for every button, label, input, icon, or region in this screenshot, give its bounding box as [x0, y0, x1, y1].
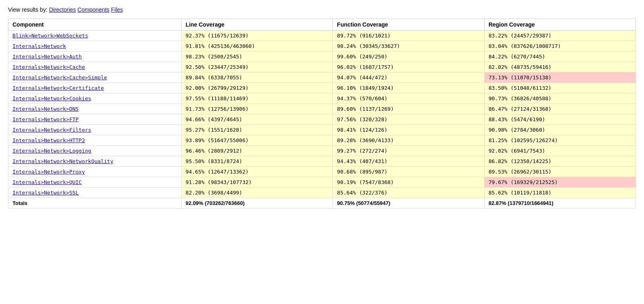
region-coverage-cell: 83.04% (837626/1008717) — [484, 41, 636, 52]
totals-function-coverage-cell: 90.75% (50774/55947) — [333, 198, 484, 209]
function-coverage-cell: 99.27% (272/274) — [333, 146, 484, 156]
function-coverage-cell: 96.02% (1687/1757) — [333, 62, 484, 72]
region-coverage-cell: 90.98% (2784/3060) — [484, 125, 636, 135]
table-row: Internals>Network>Cache92.50% (23447/253… — [8, 62, 636, 72]
table-row: Internals>Network>FTP94.66% (4397/4645)9… — [8, 114, 636, 125]
region-coverage-cell: 92.02% (6941/7543) — [484, 146, 636, 156]
view-results-label: View results by: — [8, 6, 47, 13]
files-link[interactable]: Files — [111, 6, 123, 13]
component-link[interactable]: Internals>Network>Auth — [12, 54, 82, 60]
region-coverage-cell: 86.47% (27124/31368) — [484, 104, 636, 114]
table-row: Internals>Network>Certificate92.00% (267… — [8, 83, 636, 93]
component-link[interactable]: Internals>Network>Certificate — [12, 85, 104, 91]
line-coverage-cell: 91.73% (12756/13906) — [182, 104, 333, 114]
totals-line-coverage-cell: 92.09% (703262/763660) — [182, 198, 333, 209]
directories-link[interactable]: Directories — [49, 6, 76, 13]
table-row: Internals>Network>HTTP293.89% (51647/550… — [8, 135, 636, 146]
region-coverage-cell: 83.50% (51048/61132) — [484, 83, 636, 93]
function-coverage-cell: 99.60% (249/250) — [333, 52, 484, 62]
line-coverage-cell: 89.84% (6338/7055) — [182, 72, 333, 83]
region-coverage-cell: 84.22% (6270/7445) — [484, 52, 636, 62]
line-coverage-cell: 94.65% (12647/13362) — [182, 167, 333, 177]
line-coverage-cell: 98.23% (2500/2545) — [182, 52, 333, 62]
line-coverage-cell: 95.50% (8331/8724) — [182, 156, 333, 167]
component-link[interactable]: Internals>Network>NetworkQuality — [12, 158, 113, 164]
components-link[interactable]: Components — [77, 6, 109, 13]
header-component: Component — [8, 19, 182, 31]
region-coverage-cell: 90.73% (36826/40588) — [484, 93, 636, 104]
function-coverage-cell: 94.37% (570/604) — [333, 93, 484, 104]
component-link[interactable]: Internals>Network>FTP — [12, 116, 78, 122]
header-region-coverage: Region Coverage — [484, 19, 636, 31]
region-coverage-cell: 82.02% (48735/59416) — [484, 62, 636, 72]
component-link[interactable]: Internals>Network>Logging — [12, 148, 91, 154]
function-coverage-cell: 90.19% (7547/8368) — [333, 177, 484, 188]
table-row: Internals>Network>DNS91.73% (12756/13906… — [8, 104, 636, 114]
component-link[interactable]: Internals>Network>Cache>Simple — [12, 74, 107, 81]
header-function-coverage: Function Coverage — [333, 19, 484, 31]
component-link[interactable]: Internals>Network>HTTP2 — [12, 137, 85, 143]
function-coverage-cell: 90.24% (30345/33627) — [333, 41, 484, 52]
function-coverage-cell: 97.56% (320/328) — [333, 114, 484, 125]
table-row: Internals>Network>Cookies97.55% (11188/1… — [8, 93, 636, 104]
line-coverage-cell: 97.55% (11188/11469) — [182, 93, 333, 104]
table-row: Internals>Network>Proxy94.65% (12647/133… — [8, 167, 636, 177]
line-coverage-cell: 92.50% (23447/25349) — [182, 62, 333, 72]
table-header-row: Component Line Coverage Function Coverag… — [8, 19, 636, 31]
table-row: Internals>Network>Logging96.46% (2809/29… — [8, 146, 636, 156]
line-coverage-cell: 92.00% (26799/29129) — [182, 83, 333, 93]
line-coverage-cell: 94.66% (4397/4645) — [182, 114, 333, 125]
totals-component-cell: Totals — [8, 198, 182, 209]
table-row: Internals>Network>SSL82.20% (3698/4499)8… — [8, 188, 636, 198]
function-coverage-cell: 89.60% (1137/1269) — [333, 104, 484, 114]
component-link[interactable]: Internals>Network>Cookies — [12, 95, 91, 101]
component-link[interactable]: Internals>Network>SSL — [12, 190, 78, 196]
component-link[interactable]: Internals>Network>Filters — [12, 127, 91, 133]
table-row: Internals>Network91.81% (425136/463060)9… — [8, 41, 636, 52]
region-coverage-cell: 89.53% (26962/30115) — [484, 167, 636, 177]
table-row: Internals>Network>Cache>Simple89.84% (63… — [8, 72, 636, 83]
region-coverage-cell: 81.25% (102595/126274) — [484, 135, 636, 146]
region-coverage-cell: 85.62% (10119/11818) — [484, 188, 636, 198]
function-coverage-cell: 94.07% (444/472) — [333, 72, 484, 83]
region-coverage-cell: 86.82% (12350/14225) — [484, 156, 636, 167]
table-row: Internals>Network>Filters95.27% (1551/16… — [8, 125, 636, 135]
line-coverage-cell: 92.37% (11675/12639) — [182, 31, 333, 41]
component-link[interactable]: Internals>Network — [12, 43, 66, 49]
region-coverage-cell: 73.13% (11070/15138) — [484, 72, 636, 83]
function-coverage-cell: 89.28% (3690/4133) — [333, 135, 484, 146]
line-coverage-cell: 91.81% (425136/463060) — [182, 41, 333, 52]
table-row: Internals>Network>Auth98.23% (2500/2545)… — [8, 52, 636, 62]
line-coverage-cell: 96.46% (2809/2912) — [182, 146, 333, 156]
function-coverage-cell: 90.68% (895/987) — [333, 167, 484, 177]
region-coverage-cell: 88.43% (5474/6190) — [484, 114, 636, 125]
region-coverage-cell: 79.67% (169329/212525) — [484, 177, 636, 188]
region-coverage-cell: 83.22% (24457/29387) — [484, 31, 636, 41]
function-coverage-cell: 85.64% (322/376) — [333, 188, 484, 198]
component-link[interactable]: Internals>Network>QUIC — [12, 179, 82, 185]
table-row: Internals>Network>QUIC91.28% (98343/1077… — [8, 177, 636, 188]
totals-row: Totals92.09% (703262/763660)90.75% (5077… — [8, 198, 636, 209]
component-link[interactable]: Internals>Network>Proxy — [12, 169, 85, 175]
coverage-table: Component Line Coverage Function Coverag… — [8, 19, 636, 209]
line-coverage-cell: 91.28% (98343/107732) — [182, 177, 333, 188]
component-link[interactable]: Blink>Network>WebSockets — [12, 33, 88, 39]
function-coverage-cell: 98.41% (124/126) — [333, 125, 484, 135]
table-row: Internals>Network>NetworkQuality95.50% (… — [8, 156, 636, 167]
line-coverage-cell: 95.27% (1551/1628) — [182, 125, 333, 135]
function-coverage-cell: 94.43% (407/431) — [333, 156, 484, 167]
function-coverage-cell: 89.72% (916/1021) — [333, 31, 484, 41]
header-line-coverage: Line Coverage — [182, 19, 333, 31]
view-results-bar: View results by: Directories Components … — [8, 6, 636, 13]
line-coverage-cell: 82.20% (3698/4499) — [182, 188, 333, 198]
component-link[interactable]: Internals>Network>DNS — [12, 106, 78, 112]
totals-region-coverage-cell: 82.87% (1379710/1664941) — [484, 198, 636, 209]
component-link[interactable]: Internals>Network>Cache — [12, 64, 85, 70]
function-coverage-cell: 96.10% (1849/1924) — [333, 83, 484, 93]
line-coverage-cell: 93.89% (51647/55006) — [182, 135, 333, 146]
table-row: Blink>Network>WebSockets92.37% (11675/12… — [8, 31, 636, 41]
